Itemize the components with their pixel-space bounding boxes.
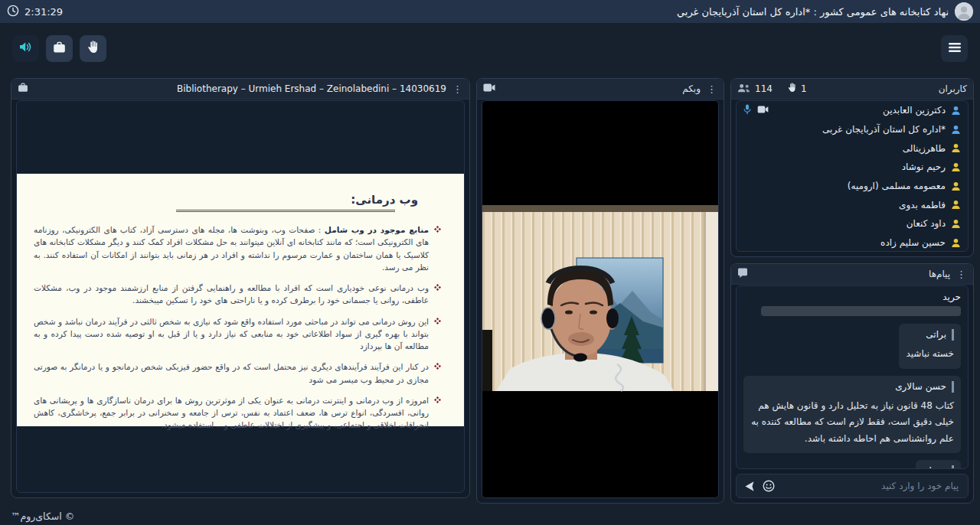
top-bar: 2:31:29 نهاد کتابخانه های عمومی کشور : *…: [0, 0, 980, 23]
partial-message-bubble: [761, 306, 961, 316]
document-pod: Bibliotherapy – Urmieh Ershad – Zeinolab…: [11, 78, 470, 498]
users-pod-header: 114 1 کاربران: [731, 79, 973, 99]
webcam-pod: وبکم ⋮: [476, 78, 724, 504]
hamburger-icon: [948, 41, 962, 56]
webcam-video-frame: [482, 101, 719, 498]
user-name: *اداره کل استان آذربایجان غربی: [822, 124, 946, 135]
person-icon: [951, 106, 961, 116]
share-files-button[interactable]: [46, 35, 73, 62]
slide-bullet-text: امروزه از وب درمانی و اینترنت درمانی به …: [34, 394, 429, 432]
chat-message-text: کتاب 48 قانون نیاز به تحلیل دارد و قانون…: [750, 398, 954, 448]
slide-bullet: منابع موجود در وب شامل : صفحات وب، وبنوش…: [34, 223, 441, 273]
chat-message-list: حرید براتی خسته نباشید حسن سالاری کتاب 4…: [736, 285, 969, 469]
chat-input-bar: [736, 474, 969, 498]
main-toolbar: [12, 35, 968, 62]
chat-sender-name: حسن سالاری: [750, 381, 954, 393]
skyroom-brand: © اسکای‌روم™: [11, 510, 74, 522]
presentation-slide: وب درمانی: منابع موجود در وب شامل : صفحا…: [17, 174, 464, 426]
chat-bubble-icon: [737, 268, 748, 281]
slide-bullet: این روش درمانی می تواند در مباحثی مورد ا…: [34, 315, 441, 353]
camera-on-icon: [757, 105, 769, 116]
document-title: Bibliotherapy – Urmieh Ershad – Zeinolab…: [177, 83, 446, 94]
person-icon: [951, 143, 961, 153]
diamond-bullet-icon: [434, 318, 441, 324]
chat-sender-name: براتی: [906, 329, 954, 341]
clock-icon: [7, 5, 19, 19]
document-viewport: وب درمانی: منابع موجود در وب شامل : صفحا…: [16, 100, 465, 493]
slide-bullet-text: وب درمانی نوعی خودیاری است که افراد با م…: [34, 282, 429, 307]
user-list-item[interactable]: حسین سلیم زاده: [737, 233, 968, 252]
raised-hand-icon: [788, 83, 796, 95]
person-icon: [951, 125, 961, 135]
room-title: نهاد کتابخانه های عمومی کشور : *اداره کل…: [677, 6, 949, 18]
user-list-item[interactable]: داود کنعان: [737, 214, 968, 233]
webcam-pod-title: وبکم: [682, 83, 701, 94]
meeting-room-window: 2:31:29 نهاد کتابخانه های عمومی کشور : *…: [0, 0, 980, 525]
chat-message-text: خسته نباشید: [906, 346, 954, 363]
document-icon: [18, 83, 28, 95]
slide-bullet: در کنار این فرآیند فرآیندهای دیگری نیز م…: [34, 360, 441, 386]
messages-pod: پیام‌ها ⋮ حرید براتی خسته نباشید حسن سال…: [730, 263, 974, 504]
account-avatar[interactable]: [955, 2, 973, 21]
diamond-bullet-icon: [434, 363, 441, 370]
slide-heading: وب درمانی:: [351, 193, 418, 207]
person-icon: [951, 219, 961, 229]
slide-bullet: وب درمانی نوعی خودیاری است که افراد با م…: [34, 282, 441, 307]
hand-icon: [87, 41, 99, 57]
raise-hand-button[interactable]: [80, 35, 106, 62]
user-name: معصومه مسلمی (ارومیه): [848, 181, 946, 191]
users-pod: 114 1 کاربران دکترزین العابدین: [730, 78, 974, 257]
document-pod-header: Bibliotherapy – Urmieh Ershad – Zeinolab…: [11, 79, 469, 99]
heading-underline: [176, 210, 395, 212]
video-camera-icon: [483, 83, 495, 94]
emoji-icon[interactable]: [763, 480, 775, 492]
slide-bullet: امروزه از وب درمانی و اینترنت درمانی به …: [34, 394, 441, 432]
chat-message: حسن سالاری کتاب 48 قانون نیاز به تحلیل د…: [743, 376, 961, 454]
person-icon: [951, 162, 961, 172]
slide-bullet-text: در کنار این فرآیند فرآیندهای دیگری نیز م…: [34, 360, 429, 386]
messages-pod-menu[interactable]: ⋮: [956, 269, 967, 279]
users-list: دکترزین العابدین *اداره کل: [736, 100, 969, 252]
messages-pod-title: پیام‌ها: [929, 269, 950, 279]
slide-bullet-text: منابع موجود در وب شامل : صفحات وب، وبنوش…: [34, 223, 429, 273]
messages-pod-header: پیام‌ها ⋮: [731, 264, 973, 285]
document-pod-menu[interactable]: ⋮: [452, 84, 463, 94]
user-list-item[interactable]: فاطمه بدوی: [737, 195, 968, 214]
elapsed-time: 2:31:29: [24, 6, 63, 18]
chat-sender-name: حرید: [743, 292, 961, 302]
chat-input[interactable]: [782, 480, 960, 492]
user-name: فاطمه بدوی: [899, 200, 946, 210]
user-name: رحیم نوشاد: [902, 161, 946, 172]
chat-sender-name: مهمان: [923, 465, 954, 469]
person-icon: [951, 200, 961, 210]
chat-message: مهمان خداقوت: [916, 460, 961, 469]
user-name: دکترزین العابدین: [883, 105, 946, 116]
speaker-button[interactable]: [12, 35, 39, 62]
user-list-item[interactable]: معصومه مسلمی (ارومیه): [737, 177, 968, 196]
user-name: حسین سلیم زاده: [880, 237, 946, 248]
diamond-bullet-icon: [434, 226, 441, 233]
user-list-item[interactable]: طاهرزینالی: [737, 139, 968, 158]
user-list-item[interactable]: رحیم نوشاد: [737, 158, 968, 177]
webcam-video: [482, 100, 719, 498]
microphone-on-icon: [743, 104, 751, 117]
briefcase-icon: [53, 41, 66, 57]
slide-bullet-text: این روش درمانی می تواند در مباحثی مورد ا…: [34, 315, 429, 353]
user-list-item[interactable]: *اداره کل استان آذربایجان غربی: [737, 120, 968, 139]
person-icon: [951, 181, 961, 191]
users-count-icon: [737, 83, 750, 95]
raised-hand-count: 1: [801, 83, 807, 94]
diamond-bullet-icon: [434, 396, 441, 403]
diamond-bullet-icon: [434, 284, 441, 291]
menu-button[interactable]: [941, 35, 968, 62]
user-name: داود کنعان: [906, 218, 946, 229]
user-count: 114: [755, 83, 773, 94]
webcam-pod-header: وبکم ⋮: [477, 79, 724, 99]
webcam-pod-menu[interactable]: ⋮: [706, 84, 717, 94]
send-message-icon[interactable]: [744, 481, 755, 492]
user-list-item[interactable]: دکترزین العابدین: [737, 101, 968, 120]
speaker-icon: [19, 41, 32, 56]
person-icon: [951, 238, 961, 248]
users-pod-title: کاربران: [939, 83, 967, 94]
chat-message: براتی خسته نباشید: [899, 324, 961, 369]
